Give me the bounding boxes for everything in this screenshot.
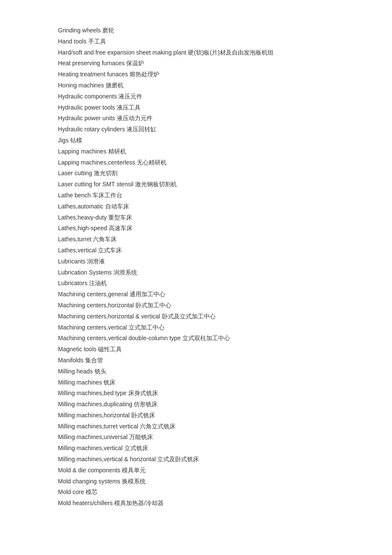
list-item: Laser cutting for SMT stensil 激光钢板切割机 — [58, 179, 334, 190]
item-list: Grinding wheels 磨轮Hand tools 手工具Hard/sof… — [58, 26, 334, 509]
list-item: Lubrication Systems 润滑系统 — [58, 268, 334, 278]
list-item: Milling machines 铣床 — [58, 378, 334, 388]
list-item: Mold changing systems 换模系统 — [58, 477, 334, 487]
list-item: Lathe bench 车床工作台 — [58, 191, 334, 201]
list-item: Machining centers,vertical double-column… — [58, 333, 334, 344]
list-item: Magnetic tools 磁性工具 — [58, 344, 334, 355]
list-item: Machining centers,horizontal & vertical … — [58, 312, 334, 322]
list-item: Lathes,heavy-duty 重型车床 — [58, 213, 334, 223]
list-item: Mold & die components 模具单元 — [58, 465, 334, 476]
list-item: Mold core 模芯 — [58, 487, 334, 497]
list-item: Milling heads 铣头 — [58, 367, 334, 377]
list-item: Heating treatment funaces 熔热处理炉 — [58, 69, 334, 80]
list-item: Milling machines,vertical & horizontal 立… — [58, 454, 334, 465]
list-item: Lapping machines 精研机 — [58, 147, 334, 157]
list-item: Lapping machines,centerless 无心精研机 — [58, 158, 334, 168]
list-item: Lathes,vertical 立式车床 — [58, 246, 334, 256]
list-item: Lathes,turret 六角车床 — [58, 234, 334, 245]
list-item: Hydraulic power units 液压动力元件 — [58, 113, 334, 124]
list-item: Lubricators 注油机 — [58, 278, 334, 289]
list-item: Hand tools 手工具 — [58, 37, 334, 47]
list-item: Milling machines,bed type 床身式铣床 — [58, 388, 334, 399]
list-item: Milling machines,horizontal 卧式铣床 — [58, 410, 334, 421]
list-item: Machining centers,horizontal 卧式加工中心 — [58, 301, 334, 311]
list-item: Laser cutting 激光切割 — [58, 168, 334, 179]
list-item: Milling machines,vertical 立式铣床 — [58, 443, 334, 454]
list-item: Machining centers,general 通用加工中心 — [58, 289, 334, 300]
list-item: Lathes,high-speed 高速车床 — [58, 223, 334, 234]
list-item: Hydraulic rotary cylinders 液压回转缸 — [58, 124, 334, 135]
list-item: Lathes,automatic 自动车床 — [58, 202, 334, 212]
list-item: Milling machines,universal 万能铣床 — [58, 432, 334, 442]
list-item: Machining centers,vertical 立式加工中心 — [58, 323, 334, 333]
list-item: Hydraulic power tools 液压工具 — [58, 103, 334, 113]
list-item: Hard/soft and free expansion sheet makin… — [58, 48, 334, 58]
list-item: Lubricants 润滑液 — [58, 257, 334, 267]
list-item: Heat preserving furnaces 保温炉 — [58, 58, 334, 69]
list-item: Mold heaters/chillers 模具加热器/冷却器 — [58, 498, 334, 509]
list-item: Milling machines,turret vertical 六角立式铣床 — [58, 422, 334, 432]
list-item: Honing machines 搪磨机 — [58, 81, 334, 91]
list-item: Grinding wheels 磨轮 — [58, 26, 334, 36]
list-item: Milling machines,duplicating 仿形铣床 — [58, 399, 334, 410]
list-item: Manifolds 集合管 — [58, 356, 334, 366]
list-item: Hydraulic components 液压元件 — [58, 92, 334, 102]
list-item: Jigs 钻模 — [58, 136, 334, 146]
